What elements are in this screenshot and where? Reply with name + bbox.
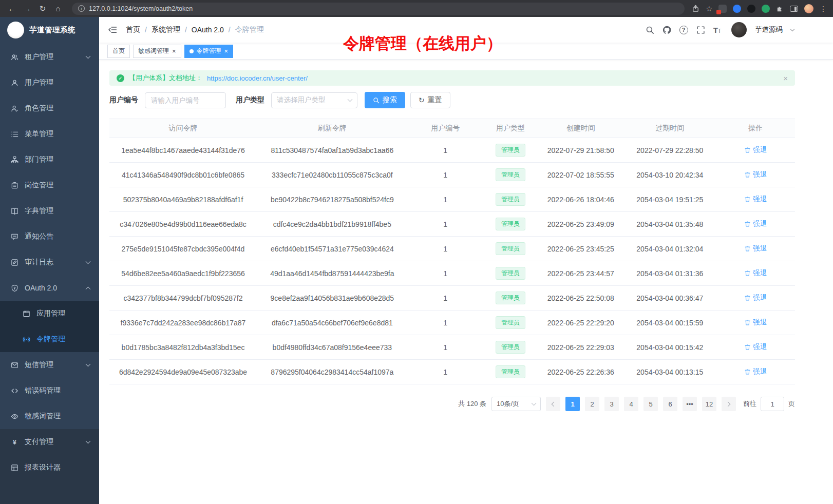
bookmark-star-icon[interactable]: ☆ bbox=[706, 5, 712, 13]
page-button[interactable]: 1 bbox=[565, 397, 580, 411]
sidebar-item-user[interactable]: 用户管理 bbox=[0, 70, 99, 95]
sidebar-item-report-designer[interactable]: 报表设计器 bbox=[0, 455, 99, 480]
user-type-select[interactable]: 请选择用户类型 bbox=[271, 92, 357, 108]
page-size-select[interactable]: 10条/页 bbox=[491, 397, 541, 411]
sidebar-item-dictionary[interactable]: 字典管理 bbox=[0, 198, 99, 224]
expire-time-cell: 2022-07-29 22:28:50 bbox=[623, 138, 716, 163]
goto-page-input[interactable] bbox=[761, 397, 784, 411]
force-logout-button[interactable]: 强退 bbox=[744, 219, 767, 228]
breadcrumb-system[interactable]: 系统管理 bbox=[152, 25, 180, 34]
table-row: f9336e7c7dd242a283ee98dc86b17a87 dfa6c71… bbox=[109, 311, 795, 335]
extension-icon-2[interactable] bbox=[733, 5, 741, 13]
prev-page-button[interactable] bbox=[546, 397, 560, 411]
page-button[interactable]: 6 bbox=[663, 397, 677, 411]
force-logout-button[interactable]: 强退 bbox=[744, 367, 767, 376]
tab-home[interactable]: 首页 bbox=[107, 45, 130, 58]
user-id-input[interactable] bbox=[145, 92, 226, 108]
force-logout-button[interactable]: 强退 bbox=[744, 170, 767, 179]
breadcrumb-oauth[interactable]: OAuth 2.0 bbox=[192, 26, 224, 34]
extension-icon-1[interactable] bbox=[718, 5, 727, 13]
force-logout-button[interactable]: 强退 bbox=[744, 293, 767, 302]
user-avatar[interactable] bbox=[731, 22, 747, 37]
side-panel-icon[interactable] bbox=[790, 6, 798, 12]
github-icon[interactable] bbox=[662, 26, 671, 34]
access-token-cell: 1ea5e44f8bc1467aaede43144f31de76 bbox=[109, 138, 257, 163]
extension-icon-3[interactable] bbox=[747, 5, 755, 13]
sidebar-item-app-management[interactable]: 应用管理 bbox=[0, 301, 99, 326]
page-button[interactable]: 3 bbox=[604, 397, 619, 411]
tab-token-management[interactable]: 令牌管理 × bbox=[184, 45, 234, 58]
chevron-down-icon bbox=[86, 259, 91, 264]
search-icon[interactable] bbox=[646, 26, 654, 34]
table-row: 502375b8040a469a9b82188afdf6af1f be90422… bbox=[109, 187, 795, 212]
sidebar-item-token-management[interactable]: 令牌管理 bbox=[0, 326, 99, 352]
sidebar-item-sensitive-word[interactable]: 敏感词管理 bbox=[0, 403, 99, 429]
fullscreen-icon[interactable] bbox=[696, 26, 705, 34]
annotation-text: 令牌管理（在线用户） bbox=[343, 33, 502, 54]
search-button[interactable]: 搜索 bbox=[365, 92, 405, 108]
sidebar-item-menu[interactable]: 菜单管理 bbox=[0, 121, 99, 147]
doc-link[interactable]: https://doc.iocoder.cn/user-center/ bbox=[207, 74, 308, 82]
sidebar-item-announcement[interactable]: 通知公告 bbox=[0, 224, 99, 249]
sidebar-item-oauth[interactable]: OAuth 2.0 bbox=[0, 275, 99, 301]
forward-icon[interactable]: → bbox=[21, 3, 34, 15]
force-logout-button[interactable]: 强退 bbox=[744, 145, 767, 154]
share-icon[interactable] bbox=[692, 5, 699, 12]
page-button[interactable]: 4 bbox=[624, 397, 638, 411]
token-table: 访问令牌刷新令牌用户编号用户类型创建时间过期时间操作 1ea5e44f8bc14… bbox=[109, 119, 795, 384]
extension-icon-4[interactable] bbox=[762, 5, 770, 13]
back-icon[interactable]: ← bbox=[5, 3, 18, 15]
alert-close-icon[interactable]: × bbox=[783, 74, 788, 83]
token-table-body: 1ea5e44f8bc1467aaede43144f31de76 811c530… bbox=[109, 138, 795, 384]
force-logout-button[interactable]: 强退 bbox=[744, 195, 767, 204]
reset-button[interactable]: ↻ 重置 bbox=[410, 92, 450, 108]
refresh-icon[interactable]: ↻ bbox=[36, 3, 49, 15]
next-page-button[interactable] bbox=[722, 397, 736, 411]
sidebar-item-department[interactable]: 部门管理 bbox=[0, 147, 99, 172]
table-row: c342377bf8b344799dcbf7bf095287f2 9ce8ef2… bbox=[109, 286, 795, 311]
close-icon[interactable]: × bbox=[224, 48, 229, 54]
sidebar-fold-icon[interactable] bbox=[108, 25, 117, 34]
access-token-cell: c347026e805e4d99b0d116eae66eda8c bbox=[109, 212, 257, 237]
font-size-icon[interactable]: TT bbox=[713, 26, 721, 34]
browser-profile-avatar[interactable] bbox=[804, 4, 813, 13]
page-button[interactable]: 5 bbox=[643, 397, 658, 411]
tab-sensitive-word[interactable]: 敏感词管理 × bbox=[133, 45, 181, 58]
sidebar-item-payment[interactable]: 支付管理 bbox=[0, 429, 99, 455]
force-logout-button[interactable]: 强退 bbox=[744, 268, 767, 278]
sidebar-item-audit-log[interactable]: 审计日志 bbox=[0, 249, 99, 275]
site-info-icon[interactable]: i bbox=[78, 5, 85, 12]
sensitive-word-icon bbox=[11, 413, 18, 420]
page-button[interactable]: 12 bbox=[702, 397, 716, 411]
department-tree-icon bbox=[11, 156, 18, 164]
refresh-token-cell: b0df4980ffd34c67a08f9156e4eee733 bbox=[257, 335, 408, 360]
help-icon[interactable]: ? bbox=[679, 26, 688, 34]
chevron-down-icon[interactable] bbox=[790, 27, 794, 31]
browser-menu-icon[interactable]: ⋮ bbox=[820, 5, 827, 13]
user-type-badge: 管理员 bbox=[496, 292, 525, 304]
address-bar[interactable]: i 127.0.0.1:1024/system/oauth2/token bbox=[72, 3, 685, 15]
close-icon[interactable]: × bbox=[172, 48, 176, 54]
page-content: ✓ 【用户体系】文档地址： https://doc.iocoder.cn/use… bbox=[99, 60, 833, 504]
success-check-icon: ✓ bbox=[117, 74, 124, 82]
force-logout-button[interactable]: 强退 bbox=[744, 318, 767, 327]
sidebar-item-error-code[interactable]: 错误码管理 bbox=[0, 378, 99, 403]
force-logout-button[interactable]: 强退 bbox=[744, 244, 767, 253]
sidebar-menu-bottom: 支付管理 报表设计器 bbox=[0, 429, 99, 504]
sidebar-item-tenant[interactable]: 租户管理 bbox=[0, 44, 99, 70]
page-button[interactable]: 2 bbox=[585, 397, 599, 411]
sidebar-item-role[interactable]: 角色管理 bbox=[0, 95, 99, 121]
sidebar-item-sms[interactable]: 短信管理 bbox=[0, 352, 99, 378]
home-icon[interactable]: ⌂ bbox=[51, 3, 65, 15]
sidebar-item-post[interactable]: 岗位管理 bbox=[0, 172, 99, 198]
force-logout-button[interactable]: 强退 bbox=[744, 342, 767, 352]
user-id-cell: 1 bbox=[408, 335, 483, 360]
user-id-cell: 1 bbox=[408, 138, 483, 163]
chevron-up-icon bbox=[86, 286, 91, 292]
page-button[interactable]: ••• bbox=[683, 397, 697, 411]
column-header: 用户编号 bbox=[408, 119, 483, 138]
refresh-token-cell: 8796295f04064c2983414cc54af1097a bbox=[257, 360, 408, 384]
breadcrumb-home[interactable]: 首页 bbox=[126, 25, 140, 34]
app-logo[interactable]: 芋道管理系统 bbox=[0, 17, 99, 43]
extensions-puzzle-icon[interactable] bbox=[776, 5, 784, 12]
